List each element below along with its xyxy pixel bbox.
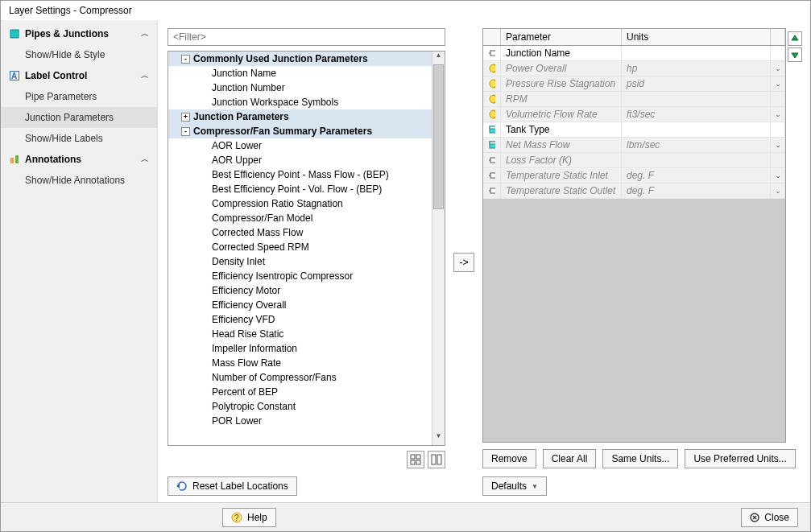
tree-item[interactable]: Number of Compressor/Fans	[168, 370, 432, 385]
undo-icon	[176, 481, 188, 491]
unit-dropdown-icon[interactable]: ⌄	[775, 187, 781, 195]
sidebar-item-show-hide-style[interactable]: Show/Hide & Style	[1, 44, 157, 65]
expander-icon[interactable]: +	[181, 113, 190, 122]
tree-item[interactable]: Density Inlet	[168, 254, 432, 269]
table-row[interactable]: Loss Factor (K)	[483, 153, 785, 168]
scroll-down-icon[interactable]: ▼	[432, 432, 445, 445]
table-row[interactable]: Temperature Static Inletdeg. F⌄	[483, 168, 785, 184]
tree-group[interactable]: +Junction Parameters	[168, 109, 432, 124]
tree-item-label: Efficiency Overall	[212, 299, 286, 311]
row-unit	[622, 92, 771, 106]
row-unit: psid	[622, 76, 771, 91]
tree-item-label: Junction Workspace Symbols	[212, 97, 338, 108]
tree-group[interactable]: -Commonly Used Junction Parameters	[168, 52, 432, 66]
tree-item-label: Polytropic Constant	[212, 401, 296, 412]
table-row[interactable]: RPM	[483, 92, 785, 107]
unit-dropdown-icon[interactable]: ⌄	[775, 80, 781, 88]
chevron-up-icon: ︿	[141, 70, 149, 81]
table-row[interactable]: Pressure Rise Stagnationpsid⌄	[483, 76, 785, 92]
dropdown-icon: ▼	[532, 483, 538, 490]
expand-all-button[interactable]	[407, 451, 424, 468]
sidebar-item-show-hide-labels[interactable]: Show/Hide Labels	[1, 128, 157, 149]
tree-item[interactable]: Best Efficiency Point - Vol. Flow - (BEP…	[168, 182, 432, 196]
tree-item[interactable]: AOR Upper	[168, 153, 432, 167]
chevron-up-icon: ︿	[141, 28, 149, 39]
table-row[interactable]: Junction Name	[483, 46, 785, 61]
reset-label-locations-button[interactable]: Reset Label Locations	[168, 476, 297, 496]
section-pipes-junctions[interactable]: Pipes & Junctions ︿	[1, 23, 157, 44]
table-row[interactable]: Volumetric Flow Rateft3/sec⌄	[483, 107, 785, 122]
svg-rect-6	[416, 455, 420, 459]
unit-dropdown-icon[interactable]: ⌄	[775, 64, 781, 72]
table-row[interactable]: Net Mass Flowlbm/sec⌄	[483, 138, 785, 153]
unit-dropdown-icon[interactable]: ⌄	[775, 110, 781, 118]
move-up-button[interactable]	[788, 31, 802, 46]
tree-item-label: Density Inlet	[212, 256, 265, 267]
remove-button[interactable]: Remove	[482, 449, 536, 468]
move-right-button[interactable]: ->	[453, 253, 474, 272]
svg-rect-0	[10, 30, 19, 38]
move-down-button[interactable]	[788, 47, 802, 62]
tree-item-label: POR Lower	[212, 415, 262, 427]
sidebar-item-pipe-parameters[interactable]: Pipe Parameters	[1, 86, 157, 107]
tree-item[interactable]: Junction Workspace Symbols	[168, 95, 432, 109]
sidebar-item-show-hide-annotations[interactable]: Show/Hide Annotations	[1, 170, 157, 191]
tree-item[interactable]: Efficiency Motor	[168, 283, 432, 298]
section-annotations[interactable]: Annotations ︿	[1, 149, 157, 170]
tree-item[interactable]: Corrected Mass Flow	[168, 225, 432, 240]
tree-item[interactable]: POR Lower	[168, 414, 432, 428]
collapse-all-button[interactable]	[428, 451, 445, 468]
header-units[interactable]: Units	[622, 29, 771, 45]
sidebar-item-junction-parameters[interactable]: Junction Parameters	[1, 107, 157, 128]
same-units-button[interactable]: Same Units...	[602, 449, 678, 468]
tree-item-label: Best Efficiency Point - Vol. Flow - (BEP…	[212, 184, 382, 195]
close-button[interactable]: Close	[741, 508, 798, 527]
tree-item[interactable]: Junction Name	[168, 66, 432, 80]
clear-all-button[interactable]: Clear All	[543, 449, 597, 468]
tree-item[interactable]: Efficiency Isentropic Compressor	[168, 269, 432, 283]
unit-dropdown-icon[interactable]: ⌄	[775, 141, 781, 149]
row-unit: ft3/sec	[622, 107, 771, 122]
row-unit	[622, 46, 771, 60]
tree-group[interactable]: -Compressor/Fan Summary Parameters	[168, 124, 432, 138]
tree-item[interactable]: Head Rise Static	[168, 327, 432, 341]
scroll-thumb[interactable]	[433, 64, 444, 209]
expander-icon[interactable]: -	[181, 127, 190, 136]
help-icon: ?	[231, 512, 242, 523]
tree-item[interactable]: Efficiency Overall	[168, 298, 432, 312]
tree-item[interactable]: Best Efficiency Point - Mass Flow - (BEP…	[168, 167, 432, 182]
tree-item[interactable]: AOR Lower	[168, 138, 432, 153]
filter-input[interactable]	[168, 28, 445, 46]
tree-item[interactable]: Impeller Information	[168, 341, 432, 356]
footer: ? Help Close	[1, 502, 810, 531]
tree-item[interactable]: Junction Number	[168, 80, 432, 95]
selected-table: Parameter Units Junction NamePower Overa…	[482, 28, 786, 443]
tree-item[interactable]: Compression Ratio Stagnation	[168, 196, 432, 211]
row-type-icon	[483, 122, 501, 137]
table-row[interactable]: Power Overallhp⌄	[483, 61, 785, 76]
help-button[interactable]: ? Help	[222, 508, 276, 527]
tree-item[interactable]: Mass Flow Rate	[168, 356, 432, 370]
tree-item[interactable]: Polytropic Constant	[168, 399, 432, 414]
table-header: Parameter Units	[483, 29, 785, 46]
use-preferred-units-button[interactable]: Use Preferred Units...	[685, 449, 795, 468]
tree-item[interactable]: Efficiency VFD	[168, 312, 432, 327]
tree-item-label: Compression Ratio Stagnation	[212, 198, 343, 209]
unit-dropdown-icon[interactable]: ⌄	[775, 171, 781, 179]
table-row[interactable]: Tank Type	[483, 122, 785, 138]
section-label-control[interactable]: A Label Control ︿	[1, 65, 157, 86]
row-parameter: Volumetric Flow Rate	[501, 107, 622, 122]
tree-item[interactable]: Percent of BEP	[168, 385, 432, 399]
tree-scrollbar[interactable]: ▲ ▼	[432, 52, 445, 445]
tree-item[interactable]: Compressor/Fan Model	[168, 211, 432, 225]
scroll-up-icon[interactable]: ▲	[432, 52, 445, 64]
main-area: Pipes & Junctions ︿ Show/Hide & Style A …	[1, 20, 810, 502]
tree-item[interactable]: Corrected Speed RPM	[168, 240, 432, 254]
parameter-tree[interactable]: -Commonly Used Junction ParametersJuncti…	[168, 52, 432, 445]
defaults-button[interactable]: Defaults ▼	[482, 476, 547, 496]
svg-rect-10	[437, 455, 441, 464]
table-row[interactable]: Temperature Static Outletdeg. F⌄	[483, 184, 785, 199]
section-label: Label Control	[25, 70, 87, 81]
header-parameter[interactable]: Parameter	[501, 29, 622, 45]
expander-icon[interactable]: -	[181, 55, 190, 64]
